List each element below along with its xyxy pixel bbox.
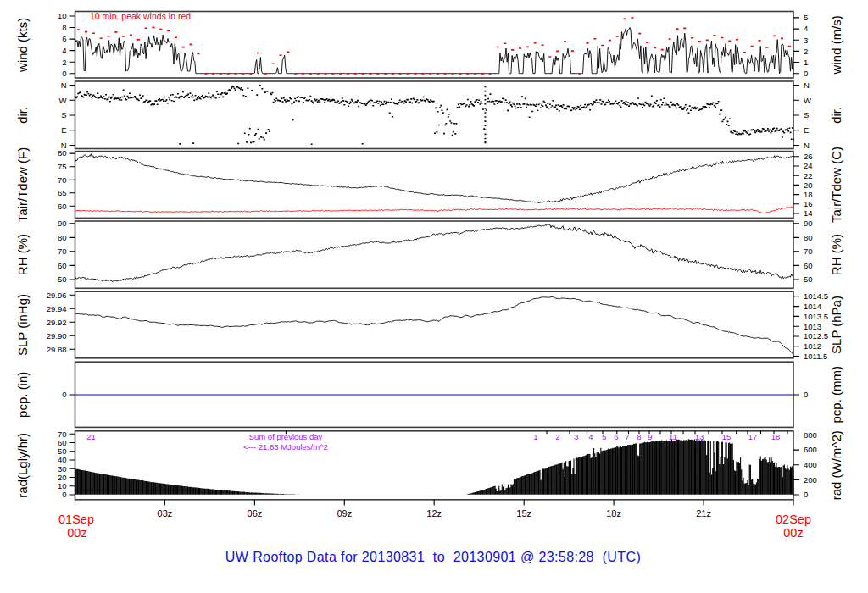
svg-text:02Sep: 02Sep: [776, 513, 811, 526]
svg-text:9: 9: [648, 432, 652, 441]
svg-text:pcp. (mm): pcp. (mm): [829, 366, 843, 424]
svg-text:1014.5: 1014.5: [804, 291, 828, 301]
svg-text:6: 6: [614, 432, 618, 441]
svg-text:65: 65: [58, 188, 67, 197]
svg-text:18: 18: [771, 432, 781, 441]
svg-text:1012.5: 1012.5: [804, 331, 828, 341]
svg-text:dir.: dir.: [829, 107, 843, 124]
svg-text:Sum of previous day: Sum of previous day: [249, 432, 323, 441]
svg-text:1011.5: 1011.5: [804, 352, 827, 361]
svg-text:4: 4: [588, 432, 593, 441]
svg-text:1013.5: 1013.5: [804, 312, 828, 321]
svg-text:17: 17: [748, 432, 758, 441]
svg-text:SLP (inHg): SLP (inHg): [15, 294, 30, 356]
svg-text:14: 14: [804, 208, 813, 218]
svg-text:24: 24: [804, 161, 813, 170]
svg-text:0: 0: [804, 69, 808, 78]
svg-text:RH (%): RH (%): [829, 234, 843, 275]
svg-text:W: W: [59, 96, 67, 105]
svg-text:1: 1: [804, 58, 808, 67]
svg-text:0: 0: [62, 69, 66, 78]
svg-text:70: 70: [58, 247, 67, 256]
svg-text:5: 5: [602, 432, 606, 441]
svg-text:2: 2: [555, 432, 559, 441]
svg-text:60: 60: [58, 438, 67, 447]
svg-text:29.88: 29.88: [47, 345, 67, 354]
svg-text:1: 1: [533, 432, 537, 441]
svg-text:0: 0: [62, 390, 66, 399]
svg-text:01Sep: 01Sep: [58, 513, 94, 526]
svg-text:1013: 1013: [804, 322, 821, 331]
svg-text:4: 4: [62, 46, 66, 55]
svg-text:15z: 15z: [516, 508, 531, 518]
svg-text:0: 0: [62, 490, 66, 499]
svg-text:03z: 03z: [158, 508, 173, 518]
svg-text:7: 7: [625, 432, 629, 441]
svg-text:pcp. (in): pcp. (in): [15, 372, 30, 418]
svg-text:50: 50: [804, 274, 813, 284]
svg-text:3: 3: [804, 36, 808, 45]
svg-text:70: 70: [58, 175, 67, 185]
svg-text:26: 26: [804, 152, 813, 161]
svg-text:600: 600: [804, 445, 817, 454]
svg-text:60: 60: [58, 261, 67, 270]
svg-text:29.96: 29.96: [47, 291, 67, 300]
svg-text:W: W: [804, 96, 811, 105]
svg-text:80: 80: [58, 233, 67, 242]
svg-text:200: 200: [804, 475, 817, 485]
svg-text:06z: 06z: [248, 508, 263, 518]
svg-text:rad (W/m^2): rad (W/m^2): [829, 430, 843, 500]
svg-text:E: E: [804, 125, 809, 135]
svg-text:15: 15: [722, 432, 732, 441]
svg-text:80: 80: [58, 148, 67, 158]
svg-text:12z: 12z: [426, 508, 442, 518]
svg-text:21z: 21z: [696, 508, 711, 518]
svg-text:70: 70: [804, 247, 813, 256]
svg-text:2: 2: [804, 47, 808, 56]
svg-text:S: S: [61, 110, 66, 119]
svg-text:18z: 18z: [606, 508, 621, 518]
svg-text:75: 75: [58, 162, 67, 171]
svg-text:1014: 1014: [804, 302, 821, 311]
svg-text:wind (kts): wind (kts): [15, 18, 30, 73]
svg-text:0: 0: [804, 490, 808, 499]
svg-text:0: 0: [804, 390, 808, 399]
svg-text:N: N: [804, 141, 810, 150]
svg-text:20: 20: [58, 473, 67, 482]
svg-text:16: 16: [804, 199, 813, 208]
svg-text:90: 90: [58, 219, 67, 228]
svg-text:50: 50: [58, 274, 67, 284]
svg-text:10: 10: [58, 481, 67, 490]
svg-text:wind (m/s): wind (m/s): [829, 15, 843, 75]
svg-text:8: 8: [637, 432, 641, 441]
svg-text:50: 50: [58, 446, 67, 456]
svg-text:80: 80: [804, 233, 813, 242]
svg-text:20: 20: [804, 180, 813, 190]
svg-text:22: 22: [804, 171, 813, 180]
svg-text:S: S: [804, 110, 809, 119]
svg-text:70: 70: [58, 430, 67, 439]
svg-text:SLP (hPa): SLP (hPa): [829, 296, 843, 354]
svg-text:400: 400: [804, 460, 817, 469]
svg-text:N: N: [804, 80, 810, 90]
svg-text:29.92: 29.92: [47, 318, 67, 327]
svg-text:29.90: 29.90: [47, 331, 67, 341]
svg-text:Tair/Tdew (C): Tair/Tdew (C): [829, 147, 843, 223]
svg-text:dir.: dir.: [15, 107, 30, 124]
svg-text:30: 30: [58, 464, 67, 474]
svg-text:E: E: [61, 125, 66, 135]
svg-text:rad(Lgly/hr): rad(Lgly/hr): [15, 433, 30, 498]
svg-text:00z: 00z: [67, 526, 86, 540]
svg-text:90: 90: [804, 219, 813, 228]
svg-text:800: 800: [804, 430, 817, 440]
svg-text:11: 11: [669, 432, 677, 441]
svg-text:1012: 1012: [804, 341, 821, 351]
svg-text:8: 8: [62, 23, 66, 32]
svg-text:RH (%): RH (%): [15, 234, 30, 275]
svg-text:6: 6: [62, 34, 66, 43]
svg-text:18: 18: [804, 190, 813, 199]
svg-text:60: 60: [804, 261, 813, 270]
svg-text:4: 4: [804, 24, 808, 33]
svg-text:10 min. peak winds in red: 10 min. peak winds in red: [90, 11, 191, 21]
svg-text:09z: 09z: [337, 508, 352, 518]
